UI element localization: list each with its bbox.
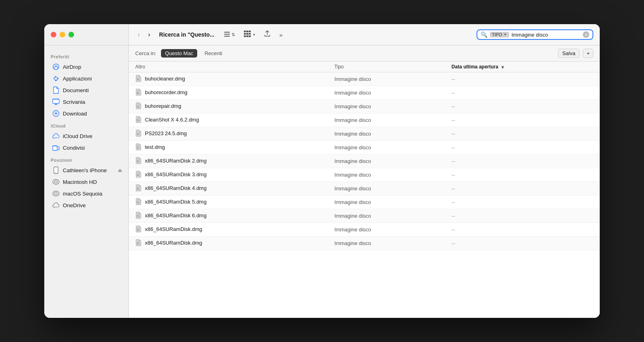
- close-button[interactable]: [51, 32, 56, 37]
- share-button[interactable]: [261, 29, 273, 41]
- sidebar-item-onedrive[interactable]: OneDrive: [46, 200, 127, 211]
- desktop-icon: [52, 98, 60, 105]
- apps-icon: [52, 75, 60, 82]
- table-row[interactable]: x86_64SURamDisk 3.dmg Immagine disco --: [129, 168, 600, 182]
- questo-mac-filter[interactable]: Questo Mac: [161, 49, 197, 58]
- minimize-button[interactable]: [60, 32, 65, 37]
- sidebar-item-condivisi[interactable]: Condivisi: [46, 142, 127, 153]
- table-row[interactable]: test.dmg Immagine disco --: [129, 141, 600, 155]
- dmg-file-icon: [135, 171, 142, 178]
- search-bar: 🔍 TIPO ✕: [477, 29, 593, 40]
- svg-point-24: [54, 193, 58, 195]
- grid-dropdown-icon: ▾: [253, 33, 255, 37]
- col-altro: Altro: [129, 62, 328, 72]
- search-icon: 🔍: [481, 31, 487, 38]
- svg-rect-8: [249, 33, 251, 35]
- table-row[interactable]: x86_64SURamDisk.dmg Immagine disco --: [129, 237, 600, 250]
- salva-button[interactable]: Salva: [558, 49, 580, 58]
- sidebar-item-iphone[interactable]: Cathleen's iPhone ⏏: [46, 165, 127, 176]
- file-list: buhocleaner.dmg Immagine disco -- buhore…: [129, 72, 600, 250]
- svg-rect-36: [137, 148, 139, 148]
- grid-view-button[interactable]: ▾: [241, 29, 258, 41]
- hd-icon: [52, 178, 60, 185]
- table-row[interactable]: PS2023 24.5.dmg Immagine disco --: [129, 127, 600, 141]
- svg-rect-18: [53, 146, 57, 147]
- recenti-filter[interactable]: Recenti: [200, 49, 226, 58]
- table-row[interactable]: x86_64SURamDisk.dmg Immagine disco --: [129, 223, 600, 237]
- table-row[interactable]: x86_64SURamDisk 4.dmg Immagine disco --: [129, 182, 600, 196]
- svg-rect-40: [137, 175, 139, 176]
- main-panel: Cerca in: Questo Mac Recenti Salva + Alt…: [129, 45, 600, 318]
- svg-point-20: [56, 172, 56, 173]
- svg-rect-1: [224, 34, 230, 35]
- table-row[interactable]: buhorepair.dmg Immagine disco --: [129, 100, 600, 113]
- table-row[interactable]: x86_64SURamDisk 5.dmg Immagine disco --: [129, 196, 600, 209]
- svg-rect-48: [137, 230, 139, 231]
- svg-rect-42: [137, 189, 139, 190]
- table-header: Altro Tipo Data ultima apertura ∨: [129, 62, 600, 72]
- svg-rect-43: [137, 202, 138, 202]
- sidebar-item-macos-sequoia[interactable]: macOS Sequoia: [46, 188, 127, 199]
- svg-point-22: [54, 181, 58, 183]
- table-row[interactable]: buhocleaner.dmg Immagine disco --: [129, 72, 600, 86]
- maximize-button[interactable]: [68, 32, 74, 37]
- svg-rect-32: [137, 121, 139, 121]
- airdrop-icon: [52, 63, 60, 70]
- col-data[interactable]: Data ultima apertura ∨: [445, 62, 600, 72]
- search-input[interactable]: [512, 32, 580, 38]
- svg-rect-5: [249, 31, 251, 32]
- table-row[interactable]: x86_64SURamDisk 2.dmg Immagine disco --: [129, 155, 600, 168]
- grid-icon: [244, 31, 252, 39]
- svg-rect-25: [137, 78, 138, 79]
- svg-point-21: [53, 179, 59, 184]
- filter-bar: Cerca in: Questo Mac Recenti Salva +: [129, 45, 600, 62]
- table-row[interactable]: CleanShot X 4.6.2.dmg Immagine disco --: [129, 113, 600, 127]
- svg-point-12: [53, 64, 59, 70]
- svg-rect-6: [244, 33, 246, 35]
- svg-rect-44: [137, 203, 139, 203]
- search-clear-button[interactable]: ✕: [583, 31, 589, 38]
- dmg-file-icon: [135, 89, 142, 96]
- table-row[interactable]: x86_64SURamDisk 6.dmg Immagine disco --: [129, 209, 600, 223]
- svg-rect-27: [137, 92, 138, 93]
- svg-rect-9: [244, 35, 246, 37]
- sidebar: Preferiti AirDrop: [44, 45, 129, 318]
- sidebar-item-download[interactable]: Download: [46, 108, 127, 119]
- macos-hd-icon: [52, 190, 60, 197]
- doc-icon: [52, 87, 60, 94]
- dmg-file-icon: [135, 75, 142, 82]
- col-tipo: Tipo: [328, 62, 445, 72]
- sidebar-item-scrivania[interactable]: Scrivania: [46, 96, 127, 107]
- eject-icon[interactable]: ⏏: [118, 168, 122, 173]
- more-actions-button[interactable]: »: [277, 29, 285, 40]
- table-row[interactable]: buhorecorder.dmg Immagine disco --: [129, 86, 600, 100]
- svg-rect-29: [137, 106, 138, 106]
- dmg-file-icon: [135, 143, 142, 150]
- sidebar-item-documenti[interactable]: Documenti: [46, 84, 127, 96]
- svg-rect-15: [53, 99, 59, 100]
- svg-rect-49: [137, 243, 138, 243]
- svg-rect-38: [137, 162, 139, 162]
- sidebar-item-airdrop[interactable]: AirDrop: [46, 61, 127, 72]
- svg-rect-26: [137, 80, 139, 80]
- add-filter-button[interactable]: +: [583, 49, 593, 58]
- svg-rect-7: [246, 33, 248, 35]
- sidebar-item-macintosh-hd[interactable]: Macintosh HD: [46, 176, 127, 187]
- svg-rect-35: [137, 147, 138, 147]
- tipo-filter-badge[interactable]: TIPO: [490, 32, 509, 37]
- list-view-button[interactable]: ⇅: [221, 29, 238, 41]
- forward-button[interactable]: ›: [146, 29, 153, 40]
- svg-rect-50: [137, 244, 139, 244]
- list-sort-icon: ⇅: [231, 32, 235, 37]
- back-button[interactable]: ‹: [135, 29, 142, 40]
- sidebar-item-applicazioni[interactable]: Applicazioni: [46, 73, 127, 84]
- sidebar-item-icloud-drive[interactable]: iCloud Drive: [46, 130, 127, 142]
- file-table: Altro Tipo Data ultima apertura ∨: [129, 62, 600, 318]
- svg-rect-30: [137, 107, 139, 107]
- svg-rect-34: [137, 134, 139, 135]
- onedrive-icon: [52, 202, 60, 209]
- dmg-file-icon: [135, 198, 142, 205]
- svg-rect-47: [137, 229, 138, 229]
- svg-rect-10: [246, 35, 248, 37]
- svg-rect-31: [137, 119, 138, 120]
